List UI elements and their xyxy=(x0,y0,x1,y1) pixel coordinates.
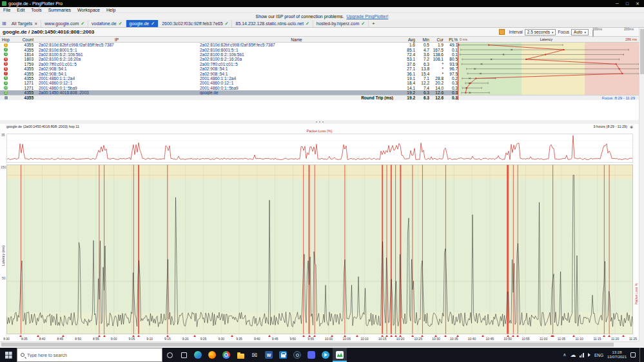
edge-icon[interactable] xyxy=(191,348,205,362)
hscroll-thumb[interactable] xyxy=(1,343,614,347)
scale-tick-200: 200ms xyxy=(624,28,634,31)
telegram-icon[interactable] xyxy=(318,348,333,362)
count-cell: 4355 xyxy=(12,72,36,76)
interval-select[interactable]: 2.5 seconds ▾ xyxy=(525,29,556,35)
menu-item-summaries[interactable]: Summaries xyxy=(45,8,74,12)
taskbar: ✉W ∧ ☁ ENG 13:28 13/07/2021 xyxy=(0,348,644,362)
tab-2600-3c02-f03c-92ff-feb3-7e65[interactable]: 2600:3c02:f03c:92ff:feb3:7e65✓ xyxy=(159,20,232,27)
show-desktop-button[interactable] xyxy=(639,348,641,362)
search-input[interactable] xyxy=(27,353,143,357)
start-button[interactable] xyxy=(0,348,17,362)
pl-cell: 49.1 xyxy=(444,43,458,47)
avg-cell: 85.1 xyxy=(396,48,415,52)
mail-icon[interactable]: ✉ xyxy=(248,348,262,362)
summary-grid-icon[interactable]: ⊞ xyxy=(0,20,8,27)
speaker-icon[interactable] xyxy=(588,353,590,357)
tab-all-targets[interactable]: All Targets✕ xyxy=(8,20,42,27)
packet-loss-marker-icon xyxy=(231,335,233,337)
firefox-icon[interactable] xyxy=(205,348,219,362)
cur-cell: 108.1 xyxy=(429,57,444,61)
tab-active-check-icon[interactable]: ✓ xyxy=(361,21,365,26)
ip-cell: 2a02:8100:6:2::16:20a xyxy=(36,57,197,61)
cur-cell: * xyxy=(429,66,444,71)
col-avg[interactable]: Avg xyxy=(396,37,415,42)
time-tick-9-20: 9:20 xyxy=(180,337,191,341)
tab-close-icon[interactable]: ✕ xyxy=(34,21,37,26)
tab-active-check-icon[interactable]: ✓ xyxy=(81,21,84,26)
latency-min-label: 0 ms xyxy=(460,37,467,41)
packet-loss-marker-icon xyxy=(399,335,402,337)
upgrade-link[interactable]: Upgrade PingPlotter! xyxy=(346,14,388,19)
packet-loss-minigraph[interactable] xyxy=(6,134,633,163)
tab-active-check-icon[interactable]: ✓ xyxy=(225,21,229,26)
cortana-icon[interactable] xyxy=(162,348,177,362)
count-cell: 1814 xyxy=(12,52,36,57)
language-indicator[interactable]: ENG xyxy=(594,353,603,357)
time-tick-10-05: 10:05 xyxy=(341,337,353,341)
tab-www-google-com[interactable]: www.google.com✓ xyxy=(41,20,88,27)
discord-icon[interactable] xyxy=(304,348,318,362)
store-icon[interactable] xyxy=(276,348,290,362)
tab-hosted-by-hiperz-com[interactable]: hosted-by.hiperz.com✓ xyxy=(313,20,369,27)
menu-item-tools[interactable]: Tools xyxy=(28,8,44,12)
clock[interactable]: 13:28 13/07/2021 xyxy=(607,350,627,359)
onedrive-icon[interactable]: ☁ xyxy=(570,352,576,358)
tab-label: vodafone.de xyxy=(92,21,117,26)
time-tick-8-35: 8:35 xyxy=(19,337,30,341)
hop-number-cell: 10 xyxy=(0,86,12,90)
packet-loss-marker-icon xyxy=(390,335,393,337)
time-tick-10-35: 10:35 xyxy=(448,337,460,341)
pingplotter-window: google.de - PingPlotter Pro ─ □ ✕ FileEd… xyxy=(0,0,644,362)
col-min[interactable]: Min xyxy=(415,37,429,42)
vscroll-thumb[interactable] xyxy=(640,29,644,74)
tab-active-check-icon[interactable]: ✓ xyxy=(151,21,155,26)
close-button[interactable]: ✕ xyxy=(636,1,639,6)
menu-item-help[interactable]: Help xyxy=(103,8,119,12)
network-icon[interactable] xyxy=(580,352,584,357)
tray-chevron-icon[interactable]: ∧ xyxy=(563,352,566,357)
col-count[interactable]: Count xyxy=(12,37,36,42)
tab-active-check-icon[interactable]: ✓ xyxy=(119,21,122,26)
task-view-icon[interactable] xyxy=(177,348,191,362)
menu-item-file[interactable]: File xyxy=(0,8,14,12)
new-tab-button[interactable]: + xyxy=(369,20,378,27)
notification-center-icon[interactable] xyxy=(630,352,636,357)
zoom-icon[interactable]: ⊕ xyxy=(630,125,633,129)
col-cur[interactable]: Cur xyxy=(429,37,444,42)
search-box[interactable] xyxy=(17,348,162,362)
col-pl[interactable]: PL% xyxy=(444,37,458,42)
col-name[interactable]: Name xyxy=(197,37,396,42)
chrome-icon[interactable] xyxy=(219,348,233,362)
tab-label: All Targets xyxy=(12,21,33,26)
hop-number-cell: 6 xyxy=(0,67,12,71)
pl-cell: 96.7 xyxy=(444,66,458,71)
focus-select[interactable]: Auto ▾ xyxy=(571,29,589,35)
time-tick-10-25: 10:25 xyxy=(413,337,424,341)
menu-item-edit[interactable]: Edit xyxy=(14,8,28,12)
minimize-button[interactable]: ─ xyxy=(616,1,619,6)
time-tick-9-10: 9:10 xyxy=(144,337,155,341)
vertical-scrollbar[interactable] xyxy=(639,28,644,341)
tab-85-14-232-128-static-rdns-uclo-net[interactable]: 85.14.232.128.static.rdns-uclo.net✓ xyxy=(232,20,313,27)
chevron-down-icon: ▾ xyxy=(552,30,554,34)
menu-item-workspace[interactable]: Workspace xyxy=(74,8,103,12)
col-ip[interactable]: IP xyxy=(36,37,197,42)
min-cell: 3.6 xyxy=(415,52,429,57)
latency-timeline-graph[interactable] xyxy=(6,165,633,334)
file-explorer-icon[interactable] xyxy=(233,348,248,362)
packet-loss-marker-icon xyxy=(551,335,553,337)
cur-cell: 20.2 xyxy=(429,81,444,85)
tab-vodafone-de[interactable]: vodafone.de✓ xyxy=(88,20,126,27)
hop-number-cell: 5 xyxy=(0,62,12,66)
steam-icon[interactable] xyxy=(290,348,304,362)
col-hop[interactable]: Hop xyxy=(0,37,12,42)
word-icon[interactable]: W xyxy=(262,348,276,362)
trace-state-button[interactable] xyxy=(499,29,505,35)
tab-label: hosted-by.hiperz.com xyxy=(317,21,359,26)
tab-active-check-icon[interactable]: ✓ xyxy=(306,21,309,26)
horizontal-scrollbar[interactable] xyxy=(0,341,639,347)
tab-google-de[interactable]: google.de✓ xyxy=(126,20,159,27)
round-trip-avg: 19.2 xyxy=(396,96,415,100)
pingplotter-icon[interactable] xyxy=(333,348,347,362)
maximize-button[interactable]: □ xyxy=(626,1,629,6)
